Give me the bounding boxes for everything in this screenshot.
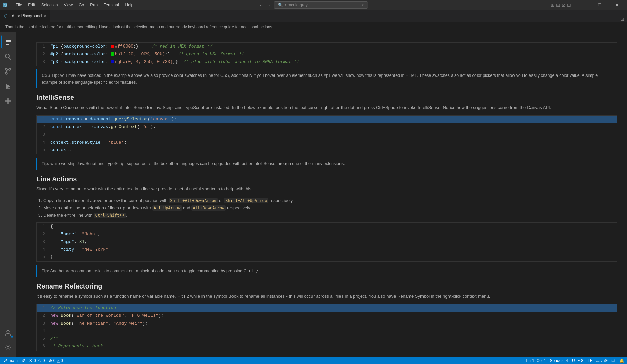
error-icon: ✕ [29, 358, 32, 363]
svg-line-6 [9, 58, 11, 60]
svg-point-5 [5, 54, 9, 58]
svg-point-17 [7, 346, 9, 348]
rename-line-2: 2 new Book("War of the Worlds", "H G Wel… [37, 312, 617, 320]
menu-bar: File Edit Selection View Go Run Terminal… [13, 1, 136, 9]
activity-run-debug[interactable] [1, 80, 15, 93]
svg-point-8 [9, 68, 11, 70]
intellisense-line-4: 4 context.strokeStyle = 'blue'; [37, 139, 617, 147]
main-layout: 1 #p1 {background-color: #ff0000;} /* re… [0, 32, 627, 357]
menu-view[interactable]: View [61, 1, 75, 9]
line-actions-tip-text: Another very common task is to comment o… [50, 269, 260, 273]
status-notifications[interactable]: 🔔 [619, 358, 624, 363]
menu-selection[interactable]: Selection [38, 1, 60, 9]
notification-bar: That is the tip of the iceberg for multi… [0, 22, 627, 32]
rename-code-block[interactable]: 1 // Reference the function 2 new Book("… [36, 304, 617, 351]
rename-line-4: 4 [37, 327, 617, 335]
svg-rect-0 [6, 39, 9, 39]
color-swatch-blue[interactable] [111, 60, 114, 63]
status-language[interactable]: JavaScript [596, 358, 615, 363]
json-code-block[interactable]: 1 { 2 "name": "John", 3 "age": 31, 4 "ci… [36, 222, 617, 262]
json-line-2: 2 "name": "John", [37, 231, 617, 238]
status-errors[interactable]: ✕ 0 ⚠ 0 [29, 358, 45, 363]
color-swatch-green[interactable] [111, 52, 114, 56]
intellisense-description: Visual Studio Code comes with the powerf… [36, 104, 617, 111]
layout-icon-4[interactable]: ⊡ [567, 2, 571, 8]
svg-rect-3 [6, 43, 11, 43]
search-box[interactable]: 🔍 dracula-gray ▾ [274, 1, 368, 9]
titlebar: ⬡ File Edit Selection View Go Run Termin… [0, 0, 627, 10]
rename-refactoring-heading: Rename Refactoring [36, 282, 617, 290]
activity-avatar[interactable] [1, 326, 15, 339]
menu-go[interactable]: Go [76, 1, 87, 9]
list-item-3: Delete the entire line with Ctrl+Shift+K… [43, 212, 617, 219]
svg-marker-10 [6, 84, 10, 89]
line-actions-list: Copy a line and insert it above or below… [43, 197, 617, 219]
menu-edit[interactable]: Edit [25, 1, 38, 9]
menu-terminal[interactable]: Terminal [101, 1, 121, 9]
editor-playground-tab[interactable]: ⬡ Editor Playground × [0, 10, 50, 22]
tab-close-icon[interactable]: × [44, 14, 46, 18]
intellisense-tip-box: Tip: while we ship JavaScript and TypeSc… [36, 158, 617, 170]
activity-extensions[interactable] [1, 94, 15, 108]
tab-bar: ⬡ Editor Playground × ⋯ ⊡ [0, 10, 627, 22]
status-encoding[interactable]: UTF-8 [572, 358, 583, 363]
color-swatch-red[interactable] [111, 45, 114, 48]
status-sync[interactable]: ↺ [22, 358, 25, 363]
editor-content[interactable]: 1 #p1 {background-color: #ff0000;} /* re… [16, 32, 627, 357]
status-remote[interactable]: ⊕ 0 △ 0 [49, 358, 63, 363]
menu-help[interactable]: Help [122, 1, 136, 9]
status-eol[interactable]: LF [588, 358, 592, 363]
list-item-1: Copy a line and insert it above or below… [43, 197, 617, 204]
branch-icon: ⎇ [3, 358, 7, 363]
intellisense-tip-label: Tip: [42, 161, 49, 166]
rename-refactoring-description: It's easy to rename a symbol such as a f… [36, 293, 617, 300]
layout-icon-2[interactable]: ⊟ [556, 2, 560, 8]
nav-back-button[interactable]: ← [259, 2, 264, 8]
activity-source-control[interactable] [1, 65, 15, 78]
status-branch[interactable]: ⎇ main [3, 358, 18, 363]
activity-bar [0, 32, 16, 357]
rename-line-6: 6 * Represents a book. [37, 343, 617, 351]
titlebar-controls: ⊞ ⊟ ⊠ ⊡ ─ ❐ ✕ [551, 0, 624, 10]
search-text: dracula-gray [285, 3, 308, 7]
list-item-2: Move an entire line or selection of line… [43, 204, 617, 212]
layout-icon-3[interactable]: ⊠ [562, 2, 566, 8]
svg-rect-1 [6, 40, 11, 41]
tabbar-actions: ⋯ ⊡ [613, 16, 627, 22]
titlebar-center: ← → 🔍 dracula-gray ▾ [259, 1, 368, 9]
minimize-button[interactable]: ─ [575, 0, 591, 10]
error-count: 0 [34, 358, 36, 363]
activity-explorer[interactable] [1, 35, 15, 49]
svg-rect-4 [6, 44, 9, 45]
notification-text: That is the tip of the iceberg for multi… [5, 25, 273, 29]
svg-rect-13 [8, 98, 11, 101]
svg-rect-15 [8, 101, 11, 104]
intellisense-code-block[interactable]: 1 const canvas = document.querySelector(… [36, 115, 617, 154]
status-position[interactable]: Ln 1, Col 1 [526, 358, 546, 363]
tab-action-more[interactable]: ⋯ [613, 16, 618, 22]
intellisense-tip-text: while we ship JavaScript and TypeScript … [50, 161, 345, 166]
svg-rect-12 [5, 98, 8, 101]
intellisense-heading: IntelliSense [36, 94, 617, 101]
activity-search[interactable] [1, 50, 15, 63]
close-button[interactable]: ✕ [609, 0, 624, 10]
tab-file-icon: ⬡ [4, 13, 7, 18]
sync-icon: ↺ [22, 358, 25, 363]
warning-icon: ⚠ [37, 358, 41, 363]
tab-action-split[interactable]: ⊡ [620, 16, 624, 22]
css-tip-label: CSS Tip: [42, 73, 59, 78]
nav-forward-button[interactable]: → [266, 2, 271, 8]
menu-file[interactable]: File [13, 1, 25, 9]
status-spaces[interactable]: Spaces: 4 [550, 358, 568, 363]
svg-rect-2 [6, 41, 11, 42]
status-right: Ln 1, Col 1 Spaces: 4 UTF-8 LF JavaScrip… [526, 358, 624, 363]
css-code-block[interactable]: 1 #p1 {background-color: #ff0000;} /* re… [36, 42, 617, 66]
code-line-1: 1 #p1 {background-color: #ff0000;} /* re… [37, 43, 617, 51]
activity-settings[interactable] [1, 341, 15, 354]
layout-icon-1[interactable]: ⊞ [551, 2, 555, 8]
json-line-4: 4 "city": "New York" [37, 246, 617, 254]
status-bar: ⎇ main ↺ ✕ 0 ⚠ 0 ⊕ 0 △ 0 Ln 1, Col 1 Spa… [0, 357, 627, 364]
restore-button[interactable]: ❐ [592, 0, 607, 10]
svg-point-9 [5, 72, 7, 74]
menu-run[interactable]: Run [87, 1, 100, 9]
